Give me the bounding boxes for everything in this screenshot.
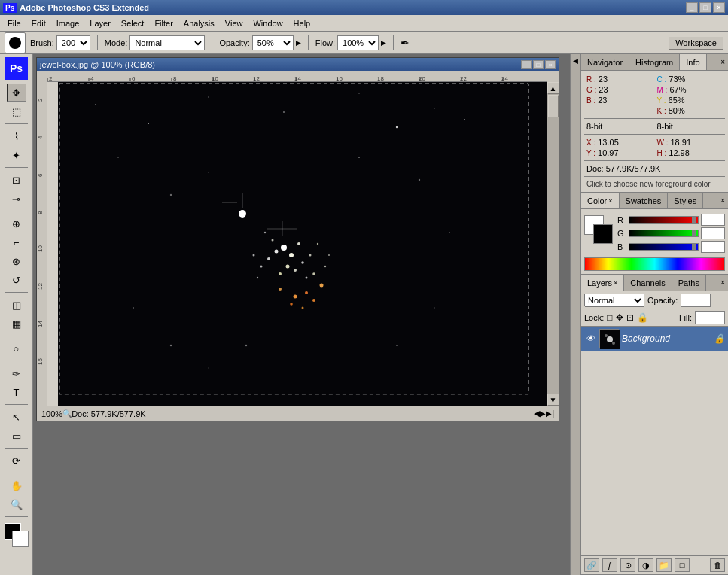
tab-info[interactable]: Info: [680, 54, 706, 70]
menu-view[interactable]: View: [221, 17, 248, 29]
foreground-hint-row[interactable]: Click to choose new foreground color: [584, 179, 725, 189]
move-tool[interactable]: ✥: [7, 84, 26, 102]
r-slider[interactable]: [629, 216, 699, 224]
tab-styles[interactable]: Styles: [668, 193, 703, 208]
menu-help[interactable]: Help: [289, 17, 315, 29]
tab-channels[interactable]: Channels: [624, 275, 672, 291]
menu-window[interactable]: Window: [248, 17, 287, 29]
opacity-arrow[interactable]: ▶: [296, 39, 301, 47]
new-layer-button[interactable]: □: [675, 558, 690, 572]
tab-swatches[interactable]: Swatches: [620, 193, 669, 208]
opacity-select[interactable]: 50%: [252, 35, 294, 50]
lock-all-icon[interactable]: 🔒: [637, 312, 648, 323]
healing-tool[interactable]: ⊕: [7, 214, 26, 233]
lock-position-icon[interactable]: ⊡: [626, 312, 634, 323]
color-tab-close[interactable]: ×: [608, 197, 612, 205]
menu-file[interactable]: File: [3, 17, 26, 29]
marquee-tool[interactable]: ⬚: [7, 102, 26, 120]
menu-select[interactable]: Select: [117, 17, 149, 29]
maximize-button[interactable]: □: [699, 2, 711, 13]
flow-arrow[interactable]: ▶: [381, 39, 386, 47]
lasso-tool[interactable]: ⌇: [7, 127, 26, 145]
color-panel-close[interactable]: ×: [720, 196, 725, 205]
layers-panel-close[interactable]: ×: [720, 278, 725, 287]
brush-select[interactable]: 200: [56, 35, 90, 50]
3d-rotate-tool[interactable]: ⟳: [7, 452, 26, 470]
mode-select[interactable]: Normal: [129, 35, 205, 50]
workspace-button[interactable]: Workspace: [669, 36, 723, 50]
b-slider[interactable]: [629, 243, 699, 251]
layers-tab-close[interactable]: ×: [614, 279, 617, 287]
brush-preview[interactable]: [5, 32, 26, 53]
menu-layer[interactable]: Layer: [85, 17, 115, 29]
flow-select[interactable]: 100%: [337, 35, 379, 50]
g-value-input[interactable]: 255: [701, 227, 725, 239]
airbrush-icon[interactable]: ✒: [401, 37, 410, 49]
b-value-input[interactable]: 255: [701, 241, 725, 253]
text-tool[interactable]: T: [7, 383, 26, 401]
scroll-track-v[interactable]: [547, 94, 559, 394]
brush-tool[interactable]: ⌐: [7, 233, 26, 251]
eraser-tool[interactable]: ◫: [7, 296, 26, 314]
b-slider-thumb[interactable]: [692, 244, 696, 250]
doc-maximize[interactable]: □: [533, 60, 544, 69]
close-button[interactable]: ×: [713, 2, 725, 13]
color-selector[interactable]: [5, 523, 29, 547]
doc-scrollbar-vertical[interactable]: ▲ ▼: [547, 82, 559, 406]
title-controls[interactable]: _ □ ×: [686, 2, 725, 13]
collapse-btn-1[interactable]: ◀: [573, 57, 578, 65]
doc-controls[interactable]: _ □ ×: [521, 60, 556, 69]
scroll-thumb-v[interactable]: [548, 95, 559, 117]
background-color[interactable]: [12, 531, 29, 547]
g-slider[interactable]: [629, 230, 699, 237]
color-preview[interactable]: [584, 215, 613, 244]
magic-wand-tool[interactable]: ✦: [7, 146, 26, 164]
tab-color[interactable]: Color ×: [581, 193, 620, 208]
opacity-input[interactable]: 100%: [681, 294, 711, 307]
new-adjustment-button[interactable]: ◑: [638, 558, 653, 572]
doc-close[interactable]: ×: [545, 60, 556, 69]
info-panel-close[interactable]: ×: [720, 58, 725, 66]
tab-navigator[interactable]: Navigator: [581, 54, 629, 70]
scroll-end-button[interactable]: ▶|: [546, 409, 554, 418]
delete-layer-button[interactable]: 🗑: [710, 558, 725, 572]
shape-tool[interactable]: ▭: [7, 427, 26, 445]
scroll-left-button[interactable]: ◀: [534, 409, 540, 418]
tab-layers[interactable]: Layers ×: [581, 275, 624, 291]
add-mask-button[interactable]: ⊙: [620, 558, 635, 572]
color-spectrum-bar[interactable]: [584, 257, 725, 271]
doc-minimize[interactable]: _: [521, 60, 532, 69]
eyedropper-tool[interactable]: ⊸: [7, 190, 26, 208]
layer-item-background[interactable]: 👁 Background 🔒: [581, 327, 728, 351]
g-slider-thumb[interactable]: [692, 230, 696, 236]
menu-analysis[interactable]: Analysis: [179, 17, 219, 29]
add-style-button[interactable]: ƒ: [602, 558, 617, 572]
new-group-button[interactable]: 📁: [656, 558, 672, 572]
scroll-right-button[interactable]: ▶: [540, 409, 546, 418]
tab-paths[interactable]: Paths: [672, 275, 706, 291]
scroll-down-button[interactable]: ▼: [547, 394, 559, 406]
fill-input[interactable]: 100%: [695, 311, 725, 324]
clone-stamp-tool[interactable]: ⊛: [7, 252, 26, 270]
menu-filter[interactable]: Filter: [150, 17, 177, 29]
tab-histogram[interactable]: Histogram: [629, 54, 680, 70]
path-selection-tool[interactable]: ↖: [7, 408, 26, 426]
history-brush-tool[interactable]: ↺: [7, 271, 26, 289]
pen-tool[interactable]: ✑: [7, 364, 26, 382]
hand-tool[interactable]: ✋: [7, 476, 26, 494]
lock-transparent-icon[interactable]: □: [607, 312, 612, 323]
minimize-button[interactable]: _: [686, 2, 698, 13]
image-canvas[interactable]: [58, 82, 547, 406]
menu-image[interactable]: Image: [52, 17, 84, 29]
gradient-tool[interactable]: ▦: [7, 315, 26, 333]
zoom-icon[interactable]: 🔍: [62, 409, 72, 418]
menu-edit[interactable]: Edit: [27, 17, 50, 29]
blend-mode-select[interactable]: Normal: [584, 294, 644, 307]
scroll-up-button[interactable]: ▲: [547, 82, 559, 94]
bg-color-box[interactable]: [593, 224, 613, 244]
dodge-tool[interactable]: ○: [7, 339, 26, 357]
crop-tool[interactable]: ⊡: [7, 171, 26, 189]
r-slider-thumb[interactable]: [692, 217, 696, 223]
lock-image-icon[interactable]: ✥: [616, 312, 623, 323]
zoom-tool[interactable]: 🔍: [7, 495, 26, 513]
